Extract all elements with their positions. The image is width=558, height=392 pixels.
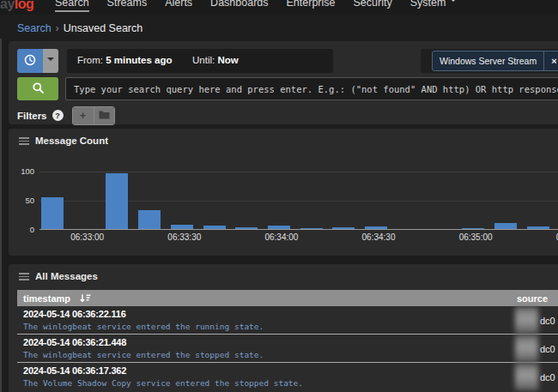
message-timestamp: 2024-05-14 06:36:21.448 bbox=[17, 335, 558, 347]
breadcrumb-separator: › bbox=[56, 22, 59, 34]
y-axis-tick-label: 100 bbox=[10, 166, 34, 176]
time-range-button[interactable] bbox=[17, 49, 43, 73]
message-row[interactable]: 2024-05-14 06:36:21.448The winlogbeat se… bbox=[17, 335, 558, 363]
panel-title: All Messages bbox=[35, 271, 98, 281]
filter-buttons-group: + bbox=[72, 106, 115, 125]
message-row[interactable]: 2024-05-14 06:36:22.116The winlogbeat se… bbox=[17, 306, 558, 335]
top-nav: aylog SearchStreamsAlertsDashboardsEnter… bbox=[0, 0, 558, 15]
redacted-source-blur bbox=[515, 307, 538, 334]
add-filter-button[interactable]: + bbox=[73, 107, 94, 124]
message-count-panel: Message Count 050100 06:33:0006:33:3006:… bbox=[9, 129, 558, 256]
message-timestamp: 2024-05-14 06:36:22.116 bbox=[17, 306, 558, 319]
chart-bar-06:33:50 bbox=[235, 227, 258, 229]
message-text: The winlogbeat service entered the runni… bbox=[17, 319, 558, 331]
help-icon[interactable]: ? bbox=[52, 110, 64, 121]
nav-item-dashboards[interactable]: Dashboards bbox=[210, 0, 268, 12]
message-source-cell: dc0 bbox=[515, 306, 555, 335]
chart-bar-06:33:10 bbox=[106, 173, 128, 229]
chart-bar-06:35:20 bbox=[527, 226, 549, 229]
time-range-button-group bbox=[17, 49, 58, 73]
chart-bar-06:33:30 bbox=[171, 225, 193, 229]
chevron-down-icon bbox=[450, 0, 457, 5]
nav-item-search[interactable]: Search bbox=[55, 0, 89, 12]
chart-bar-06:34:30 bbox=[365, 226, 387, 229]
chart-bar-06:33:20 bbox=[138, 210, 161, 229]
drag-handle-icon[interactable] bbox=[19, 137, 29, 145]
message-text: The winlogbeat service entered the stopp… bbox=[17, 347, 558, 359]
breadcrumb-current: Unsaved Search bbox=[64, 22, 143, 34]
gridline-100 bbox=[39, 172, 558, 172]
nav-item-system[interactable]: System bbox=[410, 0, 458, 12]
message-source-cell: dc0 bbox=[515, 363, 555, 391]
chart-bar-06:32:50 bbox=[41, 197, 64, 229]
message-count-chart[interactable] bbox=[39, 172, 558, 230]
filter-library-button[interactable] bbox=[94, 107, 114, 124]
panel-title: Message Count bbox=[35, 136, 108, 146]
graylog-logo[interactable]: aylog bbox=[0, 0, 33, 12]
left-edge-line bbox=[0, 39, 2, 392]
logo-text-red: log bbox=[15, 0, 34, 11]
chart-bar-06:33:40 bbox=[203, 226, 226, 229]
time-range-until: Until: Now bbox=[192, 55, 239, 65]
chart-bar-06:35:00 bbox=[462, 228, 484, 230]
stream-chip-remove-icon[interactable]: × bbox=[543, 51, 558, 70]
x-axis-tick-label: 06:34:30 bbox=[362, 232, 396, 242]
message-source-text: dc0 bbox=[538, 344, 555, 354]
message-row[interactable]: 2024-05-14 06:36:17.362The Volume Shadow… bbox=[17, 363, 558, 391]
messages-table-header: timestamp source bbox=[17, 290, 558, 306]
source-column-header[interactable]: source bbox=[517, 293, 548, 304]
message-text: The Volume Shadow Copy service entered t… bbox=[17, 376, 558, 388]
stream-select-field[interactable]: Windows Server Stream × bbox=[421, 49, 558, 73]
chevron-down-icon bbox=[47, 57, 54, 64]
search-icon bbox=[32, 81, 45, 97]
all-messages-header: All Messages bbox=[19, 271, 98, 281]
logo-text-gray: ay bbox=[0, 0, 15, 11]
x-axis-labels: 06:33:0006:33:3006:34:0006:34:3006:35:00… bbox=[9, 232, 558, 244]
messages-table-body: 2024-05-14 06:36:22.116The winlogbeat se… bbox=[17, 306, 558, 391]
filters-label: Filters bbox=[17, 111, 47, 121]
stream-chip-label: Windows Server Stream bbox=[433, 56, 543, 66]
all-messages-panel: All Messages timestamp source 2024-05-14… bbox=[9, 264, 558, 392]
breadcrumb-search-link[interactable]: Search bbox=[17, 22, 52, 34]
nav-item-enterprise[interactable]: Enterprise bbox=[287, 0, 336, 12]
search-query-input[interactable] bbox=[65, 77, 558, 100]
message-source-text: dc0 bbox=[538, 372, 555, 383]
time-range-display[interactable]: From: 5 minutes ago Until: Now bbox=[67, 49, 333, 73]
timestamp-column-header[interactable]: timestamp bbox=[23, 293, 70, 304]
nav-item-streams[interactable]: Streams bbox=[107, 0, 148, 12]
nav-item-security[interactable]: Security bbox=[354, 0, 392, 12]
x-axis-tick-label: 06:35:00 bbox=[459, 232, 493, 242]
redacted-source-blur bbox=[515, 364, 538, 390]
clock-icon bbox=[24, 54, 36, 69]
chart-bar-06:34:00 bbox=[268, 226, 290, 229]
sort-descending-icon[interactable] bbox=[79, 293, 92, 304]
graylog-app: aylog SearchStreamsAlertsDashboardsEnter… bbox=[0, 0, 558, 392]
redacted-source-blur bbox=[515, 335, 538, 362]
breadcrumb: Search›Unsaved Search bbox=[0, 15, 558, 41]
filters-row: Filters ? + bbox=[17, 106, 115, 124]
message-timestamp: 2024-05-14 06:36:17.362 bbox=[17, 363, 558, 376]
message-source-text: dc0 bbox=[538, 316, 555, 326]
folder-icon bbox=[99, 109, 110, 122]
chart-bar-06:34:20 bbox=[332, 227, 355, 229]
message-source-cell: dc0 bbox=[515, 335, 555, 363]
chart-bar-06:34:10 bbox=[300, 228, 323, 230]
search-button[interactable] bbox=[17, 77, 58, 100]
time-range-from: From: 5 minutes ago bbox=[77, 55, 173, 65]
stream-chip[interactable]: Windows Server Stream × bbox=[432, 51, 558, 71]
drag-handle-icon[interactable] bbox=[19, 273, 29, 280]
chart-bar-06:35:10 bbox=[494, 223, 517, 229]
message-count-header: Message Count bbox=[19, 136, 108, 146]
y-axis-tick-label: 50 bbox=[10, 196, 34, 205]
x-axis-tick-label: 06:33:00 bbox=[70, 232, 104, 242]
nav-item-alerts[interactable]: Alerts bbox=[165, 0, 192, 12]
x-axis-tick-label: 06:34:00 bbox=[264, 232, 298, 242]
nav-menu: SearchStreamsAlertsDashboardsEnterpriseS… bbox=[55, 0, 457, 12]
time-range-dropdown-button[interactable] bbox=[43, 49, 58, 73]
x-axis-tick-label: 06:33:30 bbox=[167, 232, 201, 242]
search-controls-panel: From: 5 minutes ago Until: Now Windows S… bbox=[9, 41, 558, 124]
